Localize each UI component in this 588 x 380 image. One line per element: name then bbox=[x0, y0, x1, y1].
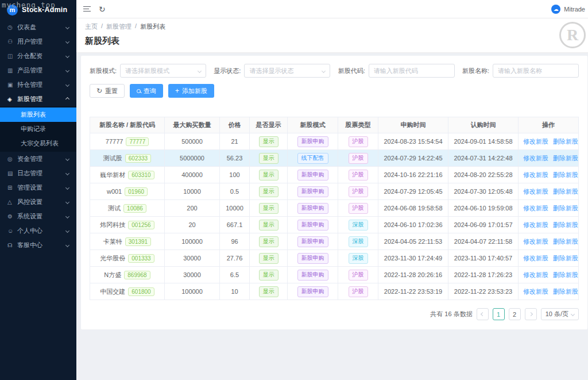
price-cell: 10 bbox=[220, 283, 250, 300]
sidebar-item-admin-settings[interactable]: ⊞管理设置 bbox=[0, 181, 76, 195]
delete-stock-link[interactable]: 删除新股 bbox=[553, 155, 578, 162]
max-buy-cell: 30000 bbox=[165, 250, 220, 267]
sidebar-subitem-block-trade-list[interactable]: 大宗交易列表 bbox=[0, 136, 76, 151]
chevron-down-icon bbox=[65, 200, 69, 204]
table-row: 巍华新材603310400000100显示新股申购沪股2024-10-16 22… bbox=[90, 167, 579, 183]
sidebar-item-support[interactable]: ☊客服中心 bbox=[0, 238, 76, 252]
refresh-icon[interactable]: ↻ bbox=[99, 5, 106, 13]
edit-stock-link[interactable]: 修改新股 bbox=[523, 205, 548, 212]
sidebar-item-allocation[interactable]: ◫分仓配资 bbox=[0, 49, 76, 63]
app-window: mycheng.top m Stock-Admin ◷仪表盘⚇用户管理◫分仓配资… bbox=[0, 0, 588, 380]
sidebar-subitem-new-stock-list[interactable]: 新股列表 bbox=[0, 108, 76, 122]
sidebar-item-system-settings[interactable]: ⚙系统设置 bbox=[0, 209, 76, 224]
edit-stock-link[interactable]: 修改新股 bbox=[523, 138, 548, 145]
stock-name-cell: w00101960 bbox=[90, 183, 165, 200]
apply-time-cell: 2024-07-29 14:22:45 bbox=[378, 150, 448, 167]
price-cell: 56.23 bbox=[220, 150, 250, 167]
main-area: ↻ ☁ Mitrade R 主页 / 新股管理 / 新股列表 新股列表 新股模式… bbox=[76, 0, 588, 380]
edit-stock-link[interactable]: 修改新股 bbox=[523, 238, 548, 245]
table-row: 中国交建60180010000010显示新股申购沪股2022-11-22 23:… bbox=[90, 283, 579, 300]
mode-select-placeholder: 请选择新股模式 bbox=[125, 67, 169, 75]
filter-code: 新股代码: bbox=[338, 64, 455, 78]
subscribe-time-cell: 2024-08-20 22:55:28 bbox=[448, 167, 519, 183]
prev-page-button[interactable] bbox=[477, 308, 489, 320]
stock-type-cell: 深股 bbox=[338, 233, 378, 250]
sidebar-item-new-stock[interactable]: ◈新股管理 bbox=[0, 92, 76, 106]
edit-stock-link[interactable]: 修改新股 bbox=[523, 221, 548, 228]
sidebar-item-products[interactable]: ▥产品管理 bbox=[0, 63, 76, 78]
allocation-icon: ◫ bbox=[7, 53, 17, 59]
max-buy-cell: 200 bbox=[165, 200, 220, 217]
user-menu[interactable]: ☁ Mitrade bbox=[551, 5, 585, 14]
add-new-stock-button[interactable]: + 添加新股 bbox=[168, 84, 214, 98]
mode-cell: 新股申购 bbox=[288, 217, 338, 233]
delete-stock-link[interactable]: 删除新股 bbox=[553, 205, 578, 212]
collapse-menu-icon[interactable] bbox=[83, 6, 91, 11]
page-button-2[interactable]: 2 bbox=[509, 308, 521, 320]
sidebar-item-users[interactable]: ⚇用户管理 bbox=[0, 34, 76, 49]
breadcrumb-separator: / bbox=[101, 22, 103, 31]
stock-code-tag: 601800 bbox=[128, 287, 154, 296]
reset-button[interactable]: ↻ 重置 bbox=[90, 84, 125, 98]
stock-code-tag: 10086 bbox=[123, 204, 146, 213]
breadcrumb-new-stock-mgmt[interactable]: 新股管理 bbox=[106, 22, 131, 31]
visible-badge: 显示 bbox=[259, 270, 278, 281]
edit-stock-link[interactable]: 修改新股 bbox=[523, 288, 548, 295]
page-size-select[interactable]: 10 条/页 bbox=[541, 308, 579, 320]
apply-time-cell: 2024-04-05 22:11:53 bbox=[378, 233, 448, 250]
mode-select[interactable]: 请选择新股模式 bbox=[120, 64, 206, 78]
delete-stock-link[interactable]: 删除新股 bbox=[553, 238, 578, 245]
delete-stock-link[interactable]: 删除新股 bbox=[553, 221, 578, 228]
breadcrumb-home[interactable]: 主页 bbox=[85, 22, 98, 31]
edit-stock-link[interactable]: 修改新股 bbox=[523, 255, 548, 262]
page-button-1[interactable]: 1 bbox=[493, 308, 505, 320]
visible-cell: 显示 bbox=[250, 217, 288, 233]
edit-stock-link[interactable]: 修改新股 bbox=[523, 155, 548, 162]
sidebar-item-funds[interactable]: ◎资金管理 bbox=[0, 152, 76, 166]
next-page-button[interactable] bbox=[525, 308, 537, 320]
search-button[interactable]: 查询 bbox=[130, 84, 163, 98]
sidebar-menu: ◷仪表盘⚇用户管理◫分仓配资▥产品管理▣持仓管理◈新股管理新股列表申购记录大宗交… bbox=[0, 20, 76, 252]
stock-type-badge: 沪股 bbox=[349, 170, 368, 181]
column-header: 新股名称 / 新股代码 bbox=[90, 117, 165, 133]
stock-name: w001 bbox=[107, 188, 122, 195]
sidebar-item-dashboard[interactable]: ◷仪表盘 bbox=[0, 20, 76, 34]
chevron-down-icon bbox=[65, 54, 69, 58]
actions-cell: 修改新股删除新股 bbox=[519, 133, 579, 150]
edit-stock-link[interactable]: 修改新股 bbox=[523, 188, 548, 195]
sidebar-item-profile[interactable]: ☺个人中心 bbox=[0, 224, 76, 238]
visible-cell: 显示 bbox=[250, 267, 288, 283]
name-input[interactable] bbox=[493, 64, 579, 78]
stock-type-badge: 沪股 bbox=[349, 186, 368, 197]
sidebar-item-positions[interactable]: ▣持仓管理 bbox=[0, 78, 76, 92]
edit-stock-link[interactable]: 修改新股 bbox=[523, 171, 548, 178]
stock-type-cell: 沪股 bbox=[338, 267, 378, 283]
sidebar-item-risk-settings[interactable]: △风控设置 bbox=[0, 195, 76, 209]
visible-cell: 显示 bbox=[250, 150, 288, 167]
stock-name: N方盛 bbox=[104, 271, 121, 278]
visible-cell: 显示 bbox=[250, 250, 288, 267]
edit-stock-link[interactable]: 修改新股 bbox=[523, 271, 548, 278]
delete-stock-link[interactable]: 删除新股 bbox=[553, 138, 578, 145]
delete-stock-link[interactable]: 删除新股 bbox=[553, 271, 578, 278]
chevron-left-icon bbox=[481, 312, 485, 316]
delete-stock-link[interactable]: 删除新股 bbox=[553, 288, 578, 295]
plus-icon: + bbox=[175, 87, 179, 94]
table-body: 777777777750000021显示新股申购沪股2024-08-23 15:… bbox=[90, 133, 579, 300]
delete-stock-link[interactable]: 删除新股 bbox=[553, 188, 578, 195]
logs-icon: ▤ bbox=[7, 170, 17, 176]
apply-time-cell: 2024-08-23 15:54:54 bbox=[378, 133, 448, 150]
price-cell: 667.1 bbox=[220, 217, 250, 233]
sidebar-subitem-subscribe-records[interactable]: 申购记录 bbox=[0, 122, 76, 136]
status-select[interactable]: 请选择显示状态 bbox=[244, 64, 330, 78]
sidebar-item-logs[interactable]: ▤日志管理 bbox=[0, 166, 76, 181]
delete-stock-link[interactable]: 删除新股 bbox=[553, 171, 578, 178]
actions-cell: 修改新股删除新股 bbox=[519, 150, 579, 167]
code-input[interactable] bbox=[369, 64, 455, 78]
stock-name: 77777 bbox=[106, 138, 123, 145]
subscribe-time-cell: 2024-07-30 12:05:48 bbox=[448, 183, 519, 200]
subscribe-time-cell: 2024-06-09 17:01:57 bbox=[448, 217, 519, 233]
filter-name-label: 新股名称: bbox=[462, 67, 489, 75]
visible-badge: 显示 bbox=[259, 136, 278, 147]
delete-stock-link[interactable]: 删除新股 bbox=[553, 255, 578, 262]
